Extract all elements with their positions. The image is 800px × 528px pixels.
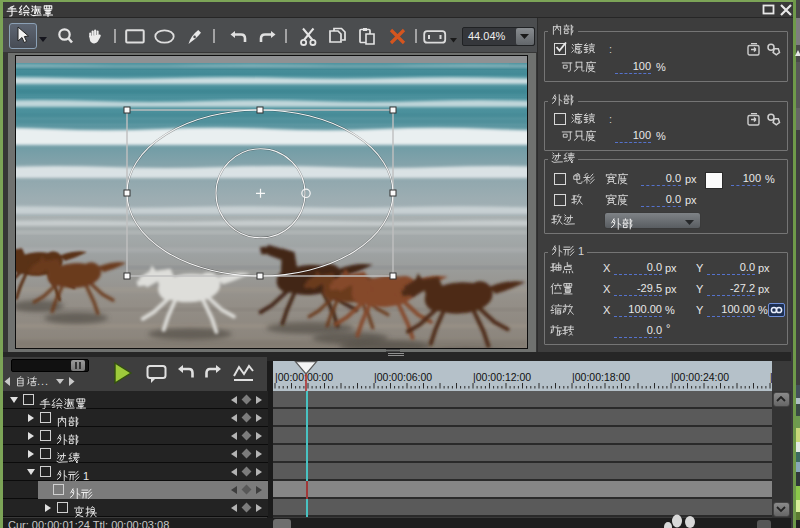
svg-text:|00:00:24:00: |00:00:24:00 — [671, 371, 729, 383]
svg-text:|00:00:18:00: |00:00:18:00 — [572, 371, 630, 383]
svg-text:|00:00:06:00: |00:00:06:00 — [374, 371, 432, 383]
svg-text:|00:00:12:00: |00:00:12:00 — [473, 371, 531, 383]
svg-text:|00:00:30:00: |00:00:30:00 — [770, 371, 772, 383]
svg-text:|00:00:00:00: |00:00:00:00 — [275, 371, 333, 383]
